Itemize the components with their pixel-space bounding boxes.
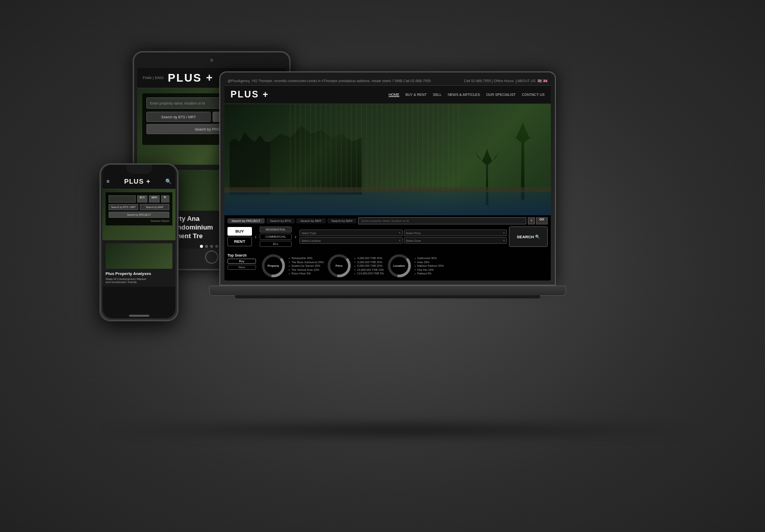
device-shadow [92, 420, 704, 440]
main-search-row: BUY RENT ‹ RESIDENTIAL COMMERCIAL ALL › [227, 226, 548, 247]
buy-button[interactable]: BUY [227, 227, 252, 236]
laptop-twitter: @PlusAgency [227, 79, 250, 83]
tab-map[interactable]: Search by MAP [327, 218, 357, 223]
price-item-5: 114,900,000 THB 5% [354, 272, 384, 275]
nav-sell[interactable]: SELL [433, 93, 442, 97]
price-dropdown[interactable]: Select Price [404, 230, 507, 236]
dot-1[interactable] [200, 245, 203, 248]
zone-dropdown[interactable]: Select Zone [404, 237, 507, 244]
search-button[interactable]: SEARCH 🔍 [509, 226, 548, 247]
phone-search-input[interactable] [109, 195, 136, 202]
loc-item-4: Hua Hin 10% [415, 268, 444, 271]
rent-button[interactable]: RENT [227, 237, 252, 246]
location-group: Location Sukhumvit 40% Aree 25% Nakhon P… [387, 254, 444, 278]
hero-pool [224, 190, 551, 215]
loc-item-5: Pattaya 5% [415, 272, 444, 275]
nav-contact[interactable]: CONTACT US [522, 93, 545, 97]
phone-hero: BUY MAP 🔍 Search by BTS / MRT Search by … [103, 189, 175, 240]
top-search-label: Top Search [227, 254, 258, 257]
prop-item-2: The Base Sukhumvit 25% [289, 261, 324, 264]
property-donut: Property [261, 254, 286, 278]
loc-item-1: Sukhumvit 40% [415, 257, 444, 260]
location-label: Location [387, 254, 412, 278]
residential-col: RESIDENTIAL COMMERCIAL ALL [260, 226, 292, 247]
tablet-lang: THAI | ENG [142, 75, 164, 80]
nav-news[interactable]: NEWS & ARTICLES [448, 93, 480, 97]
nav-specialist[interactable]: OUR SPECIALIST [486, 93, 516, 97]
laptop-phone: Call 02.688.7555 [ Office Hours :] ABOUT… [464, 79, 536, 83]
all-opt[interactable]: ALL [260, 241, 292, 247]
buy-rent-col: BUY RENT [227, 227, 252, 246]
map-icon[interactable]: 📍 [528, 217, 535, 224]
price-item-2: 2,000,000 THB 25% [354, 261, 384, 264]
tab-project[interactable]: Search by PROJECT [227, 218, 265, 223]
laptop-logo: PLUS + [231, 89, 269, 100]
laptop-nav-links: HOME BUY & RENT SELL NEWS & ARTICLES OUR… [389, 93, 545, 97]
residential-opt[interactable]: RESIDENTIAL [260, 226, 292, 233]
phone-mrt-btn[interactable]: Search by MAP [140, 204, 169, 210]
phone-search-icon[interactable]: 🔍 [165, 179, 171, 184]
laptop-topbar-text: HQ Thonglor, recently constructed condo … [252, 79, 460, 83]
phone-map-btn[interactable]: MAP [149, 195, 160, 202]
location-donut: Location [387, 254, 412, 278]
tab-bts[interactable]: Search by BTS [266, 218, 295, 223]
tablet-bts-btn[interactable]: Search by BTS / MRT [146, 112, 211, 122]
location-dropdown[interactable]: Select Location [299, 237, 403, 244]
phone-advance[interactable]: Advance Search [109, 219, 169, 222]
loc-item-3: Nakhon Pathom 20% [415, 264, 444, 267]
phone-search-btn[interactable]: 🔍 [161, 195, 169, 202]
property-group: Property Paholyothin 40% The Base Sukhum… [261, 254, 324, 278]
prop-item-1: Paholyothin 40% [289, 257, 324, 260]
price-donut: Price [327, 254, 351, 278]
nav-buy-rent[interactable]: BUY & RENT [405, 93, 427, 97]
search-input[interactable]: Enter property name, location or id [358, 217, 526, 224]
phone-home-bar[interactable] [129, 315, 149, 317]
phone-content: Plus Property Analyses State of Condomin… [103, 240, 175, 287]
laptop-hero [224, 104, 551, 215]
phone-menu-icon[interactable]: ≡ [107, 179, 110, 184]
phone-project-btn[interactable]: Search by PROJECT [109, 212, 169, 218]
commercial-opt[interactable]: COMMERCIAL [260, 234, 292, 240]
property-items: Paholyothin 40% The Base Sukhumvit 25% Q… [289, 257, 324, 275]
top-buy-btn[interactable]: Buy [227, 259, 256, 264]
tab-mrt[interactable]: Search by MRT [296, 218, 326, 223]
price-item-3: 5,000,000 THB 20% [354, 264, 384, 267]
dot-3[interactable] [210, 245, 213, 248]
go-btn[interactable]: GO [536, 217, 548, 224]
price-items: 4,000,000 THB 40% 2,000,000 THB 25% 5,00… [354, 257, 384, 275]
phone-notch [126, 165, 152, 174]
tablet-search-placeholder: Enter property name, location or id [150, 102, 205, 105]
phone-buy-btn[interactable]: BUY [137, 195, 147, 202]
phone-article-subtitle2: and Investment Trends [106, 281, 172, 284]
top-search-section: Top Search Buy Rent P [224, 251, 551, 281]
arrow-left[interactable]: ‹ [254, 234, 258, 240]
laptop-search-section: Search by PROJECT Search by BTS Search b… [224, 215, 551, 251]
dot-4[interactable] [215, 245, 218, 248]
loc-item-2: Aree 25% [415, 261, 444, 264]
dot-2[interactable] [205, 245, 208, 248]
tablet-home-button[interactable] [205, 250, 218, 264]
price-label: Price [327, 254, 351, 278]
top-rent-btn[interactable]: Rent [227, 265, 256, 270]
arrow-right[interactable]: › [294, 234, 297, 240]
phone-btn-row: Search by BTS / MRT Search by MAP [109, 204, 169, 210]
laptop-screen-content: @PlusAgency HQ Thonglor, recently constr… [224, 77, 551, 281]
phone-screen: ≡ PLUS + 🔍 BUY MAP 🔍 Search [103, 165, 175, 318]
search-tabs-row: Search by PROJECT Search by BTS Search b… [227, 217, 548, 224]
laptop-screen: @PlusAgency HQ Thonglor, recently constr… [224, 77, 551, 281]
facade-strips [286, 104, 459, 190]
buy-rent-toggle: Buy Rent [227, 259, 256, 270]
phone-device: ≡ PLUS + 🔍 BUY MAP 🔍 Search [99, 163, 178, 321]
phone-logo: PLUS + [124, 178, 150, 185]
type-dropdown[interactable]: Select Type [299, 230, 403, 236]
laptop-body: @PlusAgency HQ Thonglor, recently constr… [219, 71, 556, 286]
phone-article-title: Plus Property Analyses [106, 271, 172, 276]
location-items: Sukhumvit 40% Aree 25% Nakhon Pathom 20%… [415, 257, 444, 275]
tablet-camera [210, 59, 213, 62]
price-item-4: 13,900,000 THB 10% [354, 268, 384, 271]
price-group: Price 4,000,000 THB 40% 2,000,000 THB 25… [327, 254, 384, 278]
phone-bts-btn[interactable]: Search by BTS / MRT [109, 204, 138, 210]
tablet-logo: PLUS + [168, 71, 214, 85]
phone-content-image [106, 243, 172, 269]
nav-home[interactable]: HOME [389, 93, 399, 97]
